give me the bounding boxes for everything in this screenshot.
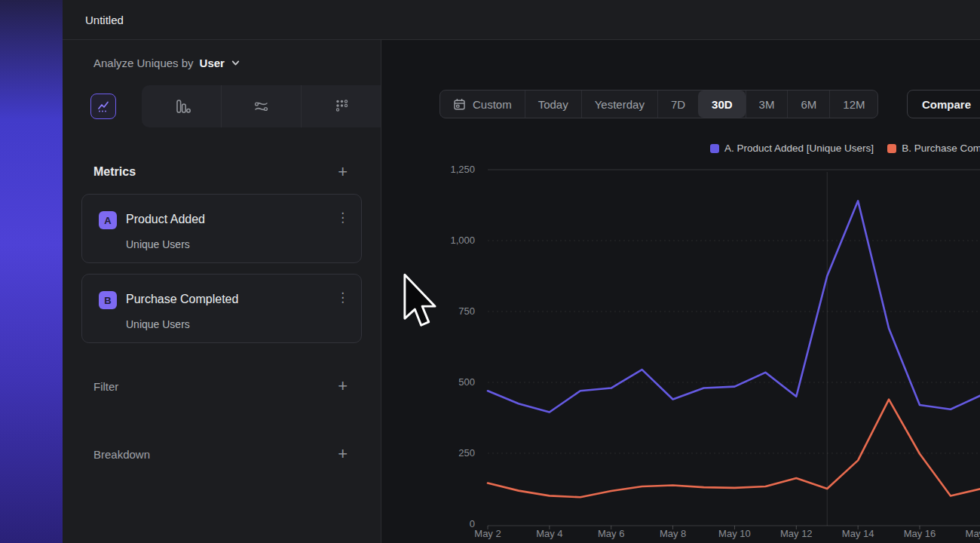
kebab-menu-icon[interactable]: ⋮ [336, 291, 349, 304]
legend-swatch-a [710, 144, 719, 153]
legend-item-b[interactable]: B. Purchase Completed [Unique Users] [887, 143, 980, 154]
y-axis-label: 250 [381, 446, 475, 460]
analyze-by-label: Analyze Uniques by [93, 57, 194, 69]
range-yesterday-button[interactable]: Yesterday [581, 90, 657, 118]
series-line-a [488, 201, 980, 412]
metric-subtitle[interactable]: Unique Users [126, 238, 190, 250]
metrics-header: Metrics + [93, 161, 348, 183]
analyze-by-dropdown[interactable]: User [200, 57, 225, 69]
range-12m-button[interactable]: 12M [829, 90, 877, 118]
report-title[interactable]: Untitled [85, 14, 124, 26]
tab-line-chart[interactable] [90, 94, 116, 119]
query-sidebar: Analyze Uniques by User [63, 40, 381, 543]
calendar-icon [453, 98, 466, 111]
add-breakdown-button[interactable]: + [338, 446, 348, 462]
y-axis-label: 1,250 [381, 163, 475, 176]
line-chart-icon [96, 99, 111, 114]
x-axis-label: May 10 [712, 528, 757, 539]
add-filter-button[interactable]: + [338, 379, 348, 394]
compare-button[interactable]: Compare [907, 90, 980, 118]
series-line-b [488, 400, 980, 498]
range-7d-button[interactable]: 7D [657, 90, 698, 118]
range-6m-button[interactable]: 6M [787, 90, 829, 118]
chart-type-tab-group [142, 85, 381, 127]
metric-subtitle[interactable]: Unique Users [126, 318, 190, 330]
kebab-menu-icon[interactable]: ⋮ [336, 211, 349, 224]
metric-title[interactable]: Product Added [126, 213, 205, 226]
x-axis-label: May 12 [773, 528, 819, 539]
chevron-down-icon[interactable] [231, 58, 240, 68]
x-axis-label: May 2 [465, 528, 510, 539]
breakdown-label: Breakdown [93, 448, 150, 461]
tab-bar-chart[interactable] [142, 85, 221, 127]
range-label: Custom [473, 98, 512, 111]
chart-panel: Custom Today Yesterday 7D 30D 3M 6M 12M … [381, 40, 980, 543]
add-metric-button[interactable]: + [338, 164, 348, 179]
filter-header: Filter + [93, 375, 348, 397]
y-axis-label: 1,000 [381, 234, 475, 247]
x-axis-label: May 18 [959, 528, 980, 539]
legend-item-a[interactable]: A. Product Added [Unique Users] [710, 143, 874, 154]
metric-card-b[interactable]: B Purchase Completed ⋮ Unique Users [81, 274, 362, 343]
dot-grid-icon [332, 97, 351, 115]
range-30d-button[interactable]: 30D [698, 90, 746, 118]
tab-flow[interactable] [221, 85, 301, 127]
x-axis-label: May 8 [651, 528, 696, 539]
y-axis-label: 500 [381, 376, 475, 389]
legend-label: A. Product Added [Unique Users] [724, 143, 874, 154]
nav-gradient-strip [0, 0, 63, 543]
analyze-by-row: Analyze Uniques by User [93, 40, 240, 85]
chart-legend: A. Product Added [Unique Users] B. Purch… [710, 143, 980, 154]
mouse-cursor [403, 273, 437, 330]
tab-dot-grid[interactable] [301, 85, 381, 127]
bar-chart-icon [173, 97, 191, 115]
y-axis-label: 0 [381, 517, 475, 531]
flow-icon [253, 97, 271, 115]
top-bar: Untitled [63, 0, 980, 40]
metric-title[interactable]: Purchase Completed [126, 293, 238, 306]
legend-label: B. Purchase Completed [Unique Users] [902, 143, 980, 154]
range-custom-button[interactable]: Custom [440, 90, 525, 118]
metric-card-a[interactable]: A Product Added ⋮ Unique Users [81, 194, 362, 263]
date-range-control: Custom Today Yesterday 7D 30D 3M 6M 12M [439, 90, 878, 118]
filter-label: Filter [93, 380, 118, 393]
range-today-button[interactable]: Today [525, 90, 581, 118]
metric-badge-a: A [99, 211, 117, 229]
x-axis-label: May 4 [527, 528, 572, 539]
breakdown-header: Breakdown + [93, 443, 348, 465]
x-axis-label: May 6 [589, 528, 634, 539]
range-3m-button[interactable]: 3M [746, 90, 788, 118]
metric-badge-b: B [99, 291, 117, 309]
x-axis-label: May 16 [897, 528, 942, 539]
metrics-label: Metrics [93, 165, 136, 179]
legend-swatch-b [887, 144, 896, 153]
x-axis-label: May 14 [835, 528, 880, 539]
